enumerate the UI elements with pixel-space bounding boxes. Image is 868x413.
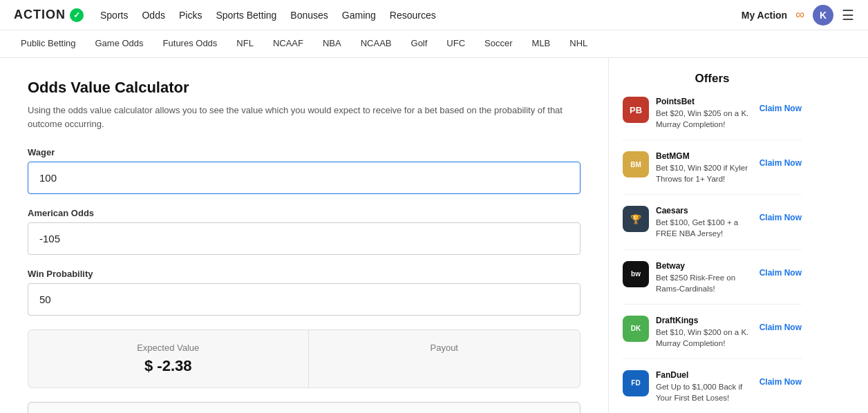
offer-info: PointsBet Bet $20, Win $205 on a K. Murr… [656, 97, 753, 130]
main-layout: Odds Value Calculator Using the odds val… [0, 58, 868, 413]
nav-link[interactable]: Picks [179, 10, 202, 21]
sub-nav-link[interactable]: Public Betting [11, 30, 86, 57]
offer-item: DK DraftKings Bet $10, Win $200 on a K. … [623, 316, 802, 359]
offer-info: BetMGM Bet $10, Win $200 if Kyler Throws… [656, 151, 753, 184]
wager-label: Wager [28, 147, 581, 157]
nav-right: My Action ∞ K ☰ [742, 5, 854, 26]
offer-desc: Bet $20, Win $205 on a K. Murray Complet… [656, 108, 753, 130]
payout-label: Payout [326, 343, 564, 353]
my-action-link[interactable]: My Action [742, 10, 787, 21]
infinity-icon: ∞ [795, 8, 804, 22]
sub-nav-link[interactable]: NHL [560, 30, 597, 57]
offer-logo: 🏆 [623, 206, 649, 232]
offer-logo: FD [623, 370, 649, 396]
logo[interactable]: ACTION ✓ [14, 8, 84, 22]
offer-logo: PB [623, 97, 649, 123]
offer-brand: BetMGM [656, 151, 753, 161]
sub-nav-link[interactable]: NCAAB [351, 30, 402, 57]
american-odds-label: American Odds [28, 208, 581, 218]
offer-brand: DraftKings [656, 316, 753, 325]
offer-info: Betway Bet $250 Risk-Free on Rams-Cardin… [656, 261, 753, 294]
offer-item: PB PointsBet Bet $20, Win $205 on a K. M… [623, 97, 802, 140]
sub-nav-link[interactable]: NBA [313, 30, 351, 57]
sub-nav-link[interactable]: MLB [522, 30, 560, 57]
sub-nav-link[interactable]: Golf [402, 30, 437, 57]
offers-list: PB PointsBet Bet $20, Win $205 on a K. M… [623, 97, 802, 413]
sub-nav-link[interactable]: NFL [227, 30, 263, 57]
top-nav: ACTION ✓ SportsOddsPicksSports BettingBo… [0, 0, 868, 30]
offer-desc: Bet $250 Risk-Free on Rams-Cardinals! [656, 272, 753, 294]
offer-desc: Bet $100, Get $100 + a FREE NBA Jersey! [656, 217, 753, 239]
nav-link[interactable]: Sports Betting [216, 10, 276, 21]
offer-item: FD FanDuel Get Up to $1,000 Back if Your… [623, 370, 802, 413]
offer-item: 🏆 Caesars Bet $100, Get $100 + a FREE NB… [623, 206, 802, 249]
offer-brand: Caesars [656, 206, 753, 215]
offer-desc: Bet $10, Win $200 if Kyler Throws for 1+… [656, 162, 753, 184]
nav-link[interactable]: Resources [390, 10, 436, 21]
offer-logo: DK [623, 316, 649, 342]
claim-button[interactable]: Claim Now [760, 261, 802, 278]
calculator-section: Odds Value Calculator Using the odds val… [0, 58, 608, 413]
sub-nav-link[interactable]: NCAAF [263, 30, 313, 57]
offer-info: Caesars Bet $100, Get $100 + a FREE NBA … [656, 206, 753, 239]
offer-info: DraftKings Bet $10, Win $200 on a K. Mur… [656, 316, 753, 349]
result-box: Expected Value $ -2.38 Payout [28, 329, 581, 388]
offer-desc: Bet $10, Win $200 on a K. Murray Complet… [656, 327, 753, 349]
wager-input[interactable] [28, 162, 581, 194]
offer-logo: BM [623, 151, 649, 177]
sub-nav-link[interactable]: Game Odds [86, 30, 153, 57]
claim-button[interactable]: Claim Now [760, 151, 802, 168]
nav-links: SportsOddsPicksSports BettingBonusesGami… [100, 10, 436, 21]
expected-value-section: Expected Value $ -2.38 [28, 330, 309, 387]
sub-nav-link[interactable]: UFC [437, 30, 475, 57]
offer-brand: Betway [656, 261, 753, 271]
logo-check: ✓ [70, 8, 84, 22]
claim-button[interactable]: Claim Now [760, 370, 802, 387]
calc-title: Odds Value Calculator [28, 79, 581, 97]
nav-link[interactable]: Odds [142, 10, 164, 21]
avatar[interactable]: K [813, 5, 833, 26]
claim-button[interactable]: Claim Now [760, 97, 802, 113]
expected-value-label: Expected Value [49, 343, 287, 353]
win-prob-input[interactable] [28, 283, 581, 316]
american-odds-group: American Odds [28, 208, 581, 255]
nav-link[interactable]: Bonuses [290, 10, 328, 21]
sub-nav: Public BettingGame OddsFutures OddsNFLNC… [0, 30, 868, 58]
nav-left: ACTION ✓ SportsOddsPicksSports BettingBo… [14, 8, 436, 22]
payout-section: Payout [309, 330, 581, 387]
offers-title: Offers [623, 72, 802, 86]
list-icon[interactable]: ☰ [842, 7, 854, 23]
nav-link[interactable]: Sports [100, 10, 128, 21]
sub-nav-link[interactable]: Futures Odds [153, 30, 227, 57]
offer-desc: Get Up to $1,000 Back if Your First Bet … [656, 381, 753, 403]
calc-desc: Using the odds value calculator allows y… [28, 104, 567, 131]
wager-group: Wager [28, 147, 581, 194]
offer-info: FanDuel Get Up to $1,000 Back if Your Fi… [656, 370, 753, 403]
sub-nav-link[interactable]: Soccer [475, 30, 522, 57]
win-prob-group: Win Probability [28, 269, 581, 316]
offer-item: bw Betway Bet $250 Risk-Free on Rams-Car… [623, 261, 802, 305]
offer-brand: PointsBet [656, 97, 753, 106]
offer-item: BM BetMGM Bet $10, Win $200 if Kyler Thr… [623, 151, 802, 195]
win-prob-label: Win Probability [28, 269, 581, 279]
expected-value: $ -2.38 [49, 357, 287, 375]
claim-button[interactable]: Claim Now [760, 206, 802, 222]
offers-section: Offers PB PointsBet Bet $20, Win $205 on… [608, 58, 815, 413]
nav-link[interactable]: Gaming [342, 10, 376, 21]
claim-button[interactable]: Claim Now [760, 316, 802, 332]
offer-brand: FanDuel [656, 370, 753, 380]
logo-text: ACTION [14, 8, 66, 22]
american-odds-input[interactable] [28, 222, 581, 255]
reset-button[interactable]: RESET [28, 402, 581, 413]
offer-logo: bw [623, 261, 649, 287]
